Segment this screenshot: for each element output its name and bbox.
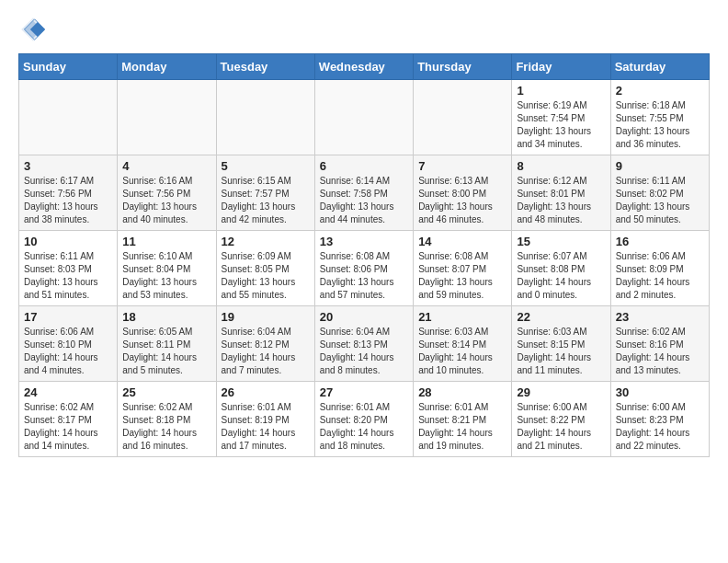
table-row: 9 Sunrise: 6:11 AMSunset: 8:02 PMDayligh… [610, 155, 709, 231]
calendar-week-2: 10 Sunrise: 6:11 AMSunset: 8:03 PMDaylig… [19, 231, 710, 306]
col-saturday: Saturday [610, 54, 709, 80]
table-row [216, 80, 314, 155]
cell-info: Sunrise: 6:18 AMSunset: 7:55 PMDaylight:… [616, 99, 704, 151]
col-monday: Monday [118, 54, 216, 80]
calendar-header-row: Sunday Monday Tuesday Wednesday Thursday… [19, 54, 710, 80]
day-number: 2 [616, 84, 704, 98]
day-number: 7 [418, 159, 506, 173]
table-row: 3 Sunrise: 6:17 AMSunset: 7:56 PMDayligh… [19, 155, 118, 231]
day-number: 6 [320, 159, 408, 173]
table-row: 16 Sunrise: 6:06 AMSunset: 8:09 PMDaylig… [610, 231, 709, 306]
day-number: 29 [517, 385, 605, 399]
cell-info: Sunrise: 6:05 AMSunset: 8:11 PMDaylight:… [122, 326, 210, 377]
day-number: 21 [418, 310, 506, 324]
col-sunday: Sunday [19, 54, 118, 80]
col-wednesday: Wednesday [314, 54, 413, 80]
table-row: 21 Sunrise: 6:03 AMSunset: 8:14 PMDaylig… [414, 306, 512, 382]
cell-info: Sunrise: 6:10 AMSunset: 8:04 PMDaylight:… [122, 250, 210, 302]
table-row: 22 Sunrise: 6:03 AMSunset: 8:15 PMDaylig… [512, 306, 610, 382]
cell-info: Sunrise: 6:17 AMSunset: 7:56 PMDaylight:… [24, 175, 112, 226]
table-row: 17 Sunrise: 6:06 AMSunset: 8:10 PMDaylig… [19, 306, 118, 382]
cell-info: Sunrise: 6:04 AMSunset: 8:13 PMDaylight:… [320, 326, 408, 377]
cell-info: Sunrise: 6:02 AMSunset: 8:17 PMDaylight:… [24, 401, 112, 453]
cell-info: Sunrise: 6:06 AMSunset: 8:10 PMDaylight:… [24, 326, 112, 377]
day-number: 16 [616, 235, 704, 248]
table-row: 10 Sunrise: 6:11 AMSunset: 8:03 PMDaylig… [19, 231, 118, 306]
day-number: 13 [320, 235, 408, 248]
day-number: 15 [517, 235, 605, 248]
table-row: 1 Sunrise: 6:19 AMSunset: 7:54 PMDayligh… [512, 80, 610, 155]
table-row: 14 Sunrise: 6:08 AMSunset: 8:07 PMDaylig… [414, 231, 512, 306]
table-row [118, 80, 216, 155]
table-row: 2 Sunrise: 6:18 AMSunset: 7:55 PMDayligh… [610, 80, 709, 155]
cell-info: Sunrise: 6:03 AMSunset: 8:14 PMDaylight:… [418, 326, 506, 377]
col-thursday: Thursday [414, 54, 512, 80]
cell-info: Sunrise: 6:04 AMSunset: 8:12 PMDaylight:… [222, 326, 310, 377]
cell-info: Sunrise: 6:07 AMSunset: 8:08 PMDaylight:… [517, 250, 605, 302]
day-number: 14 [418, 235, 506, 248]
header [18, 15, 710, 44]
day-number: 12 [222, 235, 310, 248]
table-row: 24 Sunrise: 6:02 AMSunset: 8:17 PMDaylig… [19, 382, 118, 457]
cell-info: Sunrise: 6:08 AMSunset: 8:06 PMDaylight:… [320, 250, 408, 302]
day-number: 4 [122, 159, 210, 173]
cell-info: Sunrise: 6:02 AMSunset: 8:18 PMDaylight:… [122, 401, 210, 453]
table-row: 13 Sunrise: 6:08 AMSunset: 8:06 PMDaylig… [314, 231, 413, 306]
day-number: 28 [418, 385, 506, 399]
cell-info: Sunrise: 6:00 AMSunset: 8:23 PMDaylight:… [616, 401, 704, 453]
table-row [19, 80, 118, 155]
day-number: 19 [222, 310, 310, 324]
table-row: 18 Sunrise: 6:05 AMSunset: 8:11 PMDaylig… [118, 306, 216, 382]
day-number: 1 [517, 84, 605, 98]
cell-info: Sunrise: 6:02 AMSunset: 8:16 PMDaylight:… [616, 326, 704, 377]
cell-info: Sunrise: 6:13 AMSunset: 8:00 PMDaylight:… [418, 175, 506, 226]
day-number: 17 [24, 310, 112, 324]
table-row: 6 Sunrise: 6:14 AMSunset: 7:58 PMDayligh… [314, 155, 413, 231]
table-row: 15 Sunrise: 6:07 AMSunset: 8:08 PMDaylig… [512, 231, 610, 306]
table-row: 27 Sunrise: 6:01 AMSunset: 8:20 PMDaylig… [314, 382, 413, 457]
table-row: 5 Sunrise: 6:15 AMSunset: 7:57 PMDayligh… [216, 155, 314, 231]
day-number: 30 [616, 385, 704, 399]
day-number: 8 [517, 159, 605, 173]
day-number: 9 [616, 159, 704, 173]
table-row: 4 Sunrise: 6:16 AMSunset: 7:56 PMDayligh… [118, 155, 216, 231]
cell-info: Sunrise: 6:06 AMSunset: 8:09 PMDaylight:… [616, 250, 704, 302]
day-number: 27 [320, 385, 408, 399]
table-row: 19 Sunrise: 6:04 AMSunset: 8:12 PMDaylig… [216, 306, 314, 382]
cell-info: Sunrise: 6:08 AMSunset: 8:07 PMDaylight:… [418, 250, 506, 302]
col-tuesday: Tuesday [216, 54, 314, 80]
calendar-table: Sunday Monday Tuesday Wednesday Thursday… [18, 53, 710, 457]
table-row: 25 Sunrise: 6:02 AMSunset: 8:18 PMDaylig… [118, 382, 216, 457]
table-row: 30 Sunrise: 6:00 AMSunset: 8:23 PMDaylig… [610, 382, 709, 457]
table-row [314, 80, 413, 155]
calendar-week-0: 1 Sunrise: 6:19 AMSunset: 7:54 PMDayligh… [19, 80, 710, 155]
table-row: 12 Sunrise: 6:09 AMSunset: 8:05 PMDaylig… [216, 231, 314, 306]
calendar-week-3: 17 Sunrise: 6:06 AMSunset: 8:10 PMDaylig… [19, 306, 710, 382]
cell-info: Sunrise: 6:12 AMSunset: 8:01 PMDaylight:… [517, 175, 605, 226]
cell-info: Sunrise: 6:19 AMSunset: 7:54 PMDaylight:… [517, 99, 605, 151]
table-row: 29 Sunrise: 6:00 AMSunset: 8:22 PMDaylig… [512, 382, 610, 457]
col-friday: Friday [512, 54, 610, 80]
table-row [414, 80, 512, 155]
cell-info: Sunrise: 6:11 AMSunset: 8:03 PMDaylight:… [24, 250, 112, 302]
day-number: 10 [24, 235, 112, 248]
table-row: 20 Sunrise: 6:04 AMSunset: 8:13 PMDaylig… [314, 306, 413, 382]
table-row: 8 Sunrise: 6:12 AMSunset: 8:01 PMDayligh… [512, 155, 610, 231]
cell-info: Sunrise: 6:01 AMSunset: 8:20 PMDaylight:… [320, 401, 408, 453]
logo [18, 15, 48, 44]
day-number: 24 [24, 385, 112, 399]
day-number: 25 [122, 385, 210, 399]
cell-info: Sunrise: 6:15 AMSunset: 7:57 PMDaylight:… [222, 175, 310, 226]
table-row: 11 Sunrise: 6:10 AMSunset: 8:04 PMDaylig… [118, 231, 216, 306]
cell-info: Sunrise: 6:01 AMSunset: 8:19 PMDaylight:… [222, 401, 310, 453]
day-number: 20 [320, 310, 408, 324]
calendar-week-4: 24 Sunrise: 6:02 AMSunset: 8:17 PMDaylig… [19, 382, 710, 457]
day-number: 3 [24, 159, 112, 173]
cell-info: Sunrise: 6:14 AMSunset: 7:58 PMDaylight:… [320, 175, 408, 226]
cell-info: Sunrise: 6:09 AMSunset: 8:05 PMDaylight:… [222, 250, 310, 302]
day-number: 26 [222, 385, 310, 399]
day-number: 5 [222, 159, 310, 173]
table-row: 23 Sunrise: 6:02 AMSunset: 8:16 PMDaylig… [610, 306, 709, 382]
cell-info: Sunrise: 6:03 AMSunset: 8:15 PMDaylight:… [517, 326, 605, 377]
cell-info: Sunrise: 6:01 AMSunset: 8:21 PMDaylight:… [418, 401, 506, 453]
